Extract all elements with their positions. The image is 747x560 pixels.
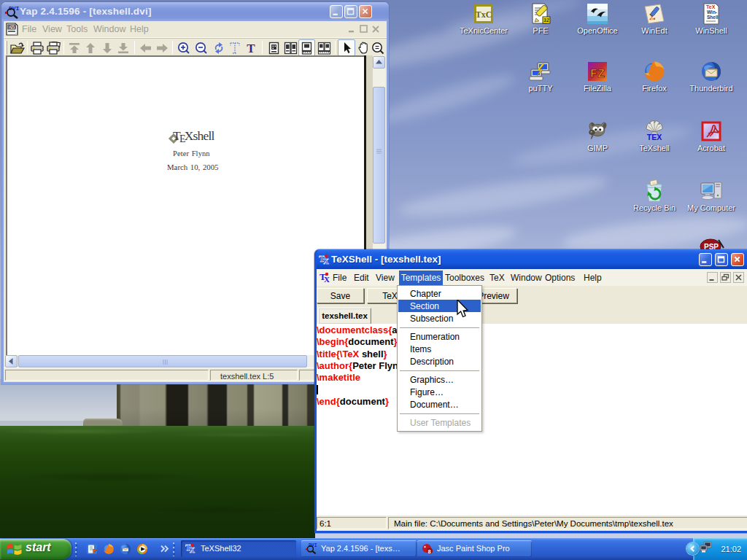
svg-text:X: X: [190, 546, 196, 554]
svg-text:8: 8: [428, 548, 431, 555]
svg-text:Shell: Shell: [707, 15, 719, 20]
svg-text:TxC: TxC: [476, 9, 492, 20]
svg-text:32: 32: [543, 18, 549, 23]
svg-text:TeX: TeX: [706, 4, 716, 9]
svg-text:TEX: TEX: [647, 133, 662, 141]
svg-text:DVI: DVI: [8, 25, 15, 29]
svg-text:FZ: FZ: [590, 67, 605, 81]
svg-text:T: T: [247, 42, 255, 55]
svg-text:Win-: Win-: [707, 9, 717, 15]
